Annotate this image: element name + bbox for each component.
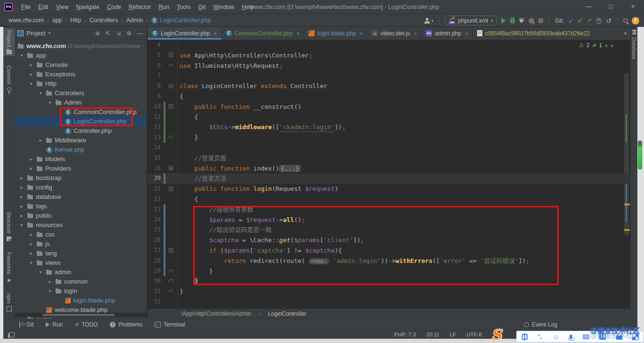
tree-chevron-icon[interactable]: ▾: [19, 220, 24, 230]
code-line-9[interactable]: 9{: [148, 91, 630, 102]
code-line-15[interactable]: 15 //登录页面: [148, 153, 630, 163]
fold-marker-icon[interactable]: [169, 136, 173, 139]
tree-item-bootstrap[interactable]: ▸bootstrap: [15, 173, 147, 183]
tool-window-button-run[interactable]: Run: [46, 321, 63, 328]
breadcrumb-item[interactable]: app: [52, 17, 62, 24]
tree-item-app[interactable]: ▾app: [15, 51, 147, 60]
menu-navigate[interactable]: Navigate: [73, 2, 103, 12]
panel-settings-icon[interactable]: ⚙: [126, 30, 132, 37]
git-update-icon[interactable]: ↙: [568, 17, 573, 24]
tab-LoginController.php[interactable]: CLoginController.php×: [148, 27, 222, 40]
tree-chevron-icon[interactable]: ▾: [38, 89, 43, 98]
code-line-31[interactable]: 31}: [148, 286, 630, 297]
tree-chevron-icon[interactable]: ▸: [19, 192, 24, 202]
tree-chevron-icon[interactable]: ▸: [19, 211, 24, 220]
menu-window[interactable]: Window: [209, 2, 238, 12]
tree-item-www.zfw.com[interactable]: ▾www.zfw.com D:\wamp64\www\test\www: [15, 41, 147, 51]
fold-marker-icon[interactable]: [169, 84, 173, 88]
close-button[interactable]: ×: [622, 0, 644, 14]
tree-chevron-icon[interactable]: ▸: [29, 60, 33, 70]
tree-item-js[interactable]: ▸js: [15, 239, 147, 249]
menu-git[interactable]: Git: [194, 2, 209, 12]
locate-file-icon[interactable]: ⊕: [95, 30, 100, 37]
tree-chevron-icon[interactable]: ▸: [19, 173, 24, 183]
tab-CommonController.php[interactable]: CCommonController.php×: [222, 27, 305, 40]
tree-item-Kernel.php[interactable]: CKernel.php: [15, 145, 147, 155]
breadcrumb-namespace[interactable]: \App\Http\Controllers\Admin: [181, 310, 251, 317]
vcs-change-bar[interactable]: [164, 256, 165, 266]
breadcrumb-class[interactable]: LoginController: [268, 310, 306, 317]
tree-item-logs[interactable]: ▸logs: [15, 202, 147, 211]
code-line-11[interactable]: 11 {: [148, 112, 630, 122]
code-line-21[interactable]: 21 public function login(Request $reques…: [148, 184, 630, 194]
tool-window-button-git[interactable]: Git: [19, 321, 33, 328]
menu-file[interactable]: File: [17, 2, 34, 12]
tool-window-button-todo[interactable]: ≡TODO: [75, 321, 98, 328]
code-line-32[interactable]: 32: [148, 297, 630, 307]
menu-view[interactable]: View: [52, 2, 73, 12]
stop-button[interactable]: [538, 18, 543, 23]
tree-item-Middleware[interactable]: ▸Middleware: [15, 136, 147, 145]
fold-marker-icon[interactable]: [169, 290, 173, 293]
debug-button[interactable]: [510, 18, 515, 24]
tree-item-Controller.php[interactable]: CController.php: [15, 126, 147, 136]
tree-chevron-icon[interactable]: ▸: [29, 155, 33, 164]
project-panel-title[interactable]: Project: [26, 30, 45, 37]
hidden-tabs-icon[interactable]: ▾: [620, 27, 630, 40]
breadcrumb-current-file[interactable]: CLoginController.php: [151, 17, 211, 24]
close-tab-icon[interactable]: ×: [214, 31, 216, 36]
ime-emoji-icon[interactable]: ☺: [553, 333, 559, 341]
tree-chevron-icon[interactable]: ▸: [29, 164, 33, 173]
tree-chevron-icon[interactable]: ▸: [29, 239, 33, 249]
hide-panel-icon[interactable]: —: [137, 30, 143, 37]
fold-marker-icon[interactable]: [169, 166, 173, 170]
tree-chevron-icon[interactable]: ▾: [38, 268, 43, 277]
code-line-8[interactable]: 8class LoginController extends Controlle…: [148, 81, 630, 91]
ime-punctuation-icon[interactable]: ’.: [538, 334, 542, 340]
fold-marker-icon[interactable]: [169, 187, 173, 191]
vcs-change-bar[interactable]: [164, 266, 165, 277]
tree-chevron-icon[interactable]: ▾: [29, 258, 33, 268]
breadcrumb-item[interactable]: Http: [70, 17, 81, 24]
code-line-13[interactable]: 13 }: [148, 132, 630, 143]
code-line-6[interactable]: 6use Illuminate\Http\Request;: [148, 61, 630, 71]
run-configuration-select[interactable]: ✔✘PHP phpunit.xml ▾: [445, 16, 496, 25]
tree-item-database[interactable]: ▸database: [15, 192, 147, 202]
breadcrumb-item[interactable]: Admin: [126, 17, 143, 24]
tree-chevron-icon[interactable]: ▸: [29, 249, 33, 258]
vcs-change-bar[interactable]: [164, 245, 165, 256]
tool-window-button-problems[interactable]: !Problems: [110, 321, 142, 328]
menu-tools[interactable]: Tools: [173, 2, 194, 12]
folded-code-chip[interactable]: {...}: [279, 165, 300, 172]
vcs-change-bar[interactable]: [164, 215, 165, 225]
tool-button-commit[interactable]: Commit: [3, 65, 15, 91]
tree-chevron-icon[interactable]: ▸: [19, 202, 24, 211]
tree-item-resources[interactable]: ▾resources: [15, 220, 147, 230]
code-line-12[interactable]: 12 $this->middleware(['ckadmin:login']);: [148, 122, 630, 132]
fold-marker-icon[interactable]: [169, 270, 173, 272]
tree-chevron-icon[interactable]: ▾: [29, 79, 33, 89]
vcs-change-bar[interactable]: [164, 173, 165, 184]
close-tab-icon[interactable]: ×: [465, 31, 468, 36]
tree-item-common[interactable]: ▸common: [15, 277, 147, 286]
ime-chinese-mode-icon[interactable]: [522, 334, 528, 340]
fold-marker-icon[interactable]: [169, 279, 173, 282]
database-icon[interactable]: [632, 30, 636, 35]
tree-item-login.blade.php[interactable]: login.blade.php: [15, 296, 147, 305]
coverage-button[interactable]: [519, 18, 524, 24]
tree-horizontal-scrollbar[interactable]: [15, 313, 148, 317]
vcs-change-bar[interactable]: [164, 204, 165, 215]
tool-button-structure[interactable]: Structure: [3, 212, 15, 241]
vcs-change-bar[interactable]: [164, 122, 165, 132]
tree-item-Http[interactable]: ▾Http: [15, 79, 147, 89]
close-tab-icon[interactable]: ×: [360, 31, 363, 36]
expand-all-icon[interactable]: ⇱: [106, 30, 110, 37]
breadcrumb-item[interactable]: Controllers: [90, 17, 118, 24]
tab-c0854f8ac99027b56d5933eab437d26e22[interactable]: c0854f8ac99027b56d5933eab437d26e22: [473, 27, 594, 40]
sogou-logo-icon[interactable]: S: [491, 328, 502, 342]
tree-item-css[interactable]: ▸css: [15, 230, 147, 239]
vcs-change-bar[interactable]: [164, 112, 165, 122]
tree-item-login[interactable]: ▾login: [15, 286, 147, 296]
minimize-button[interactable]: —: [578, 0, 600, 14]
caret-position[interactable]: 20:11: [426, 332, 439, 337]
